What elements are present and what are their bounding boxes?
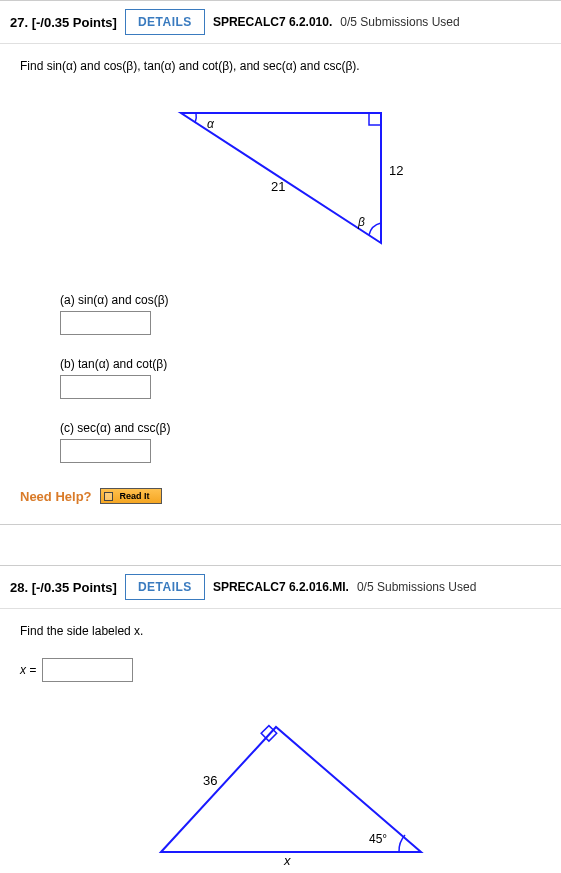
question-source: SPRECALC7 6.2.016.MI.: [213, 580, 349, 594]
question-source: SPRECALC7 6.2.010.: [213, 15, 332, 29]
question-28: 28. [-/0.35 Points] DETAILS SPRECALC7 6.…: [0, 565, 561, 873]
triangle-figure-27: α β 21 12: [20, 93, 541, 263]
hyp-label: 21: [271, 179, 285, 194]
part-b-input[interactable]: [60, 375, 151, 399]
submissions-used: 0/5 Submissions Used: [340, 15, 459, 29]
need-help-label: Need Help?: [20, 489, 92, 504]
side-label: 12: [389, 163, 403, 178]
part-c: (c) sec(α) and csc(β): [60, 421, 541, 463]
need-help-row: Need Help? Read It: [20, 488, 541, 504]
part-b: (b) tan(α) and cot(β): [60, 357, 541, 399]
question-prompt: Find sin(α) and cos(β), tan(α) and cot(β…: [20, 59, 541, 73]
part-a-label: (a) sin(α) and cos(β): [60, 293, 541, 307]
question-number-points: 27. [-/0.35 Points]: [10, 15, 117, 30]
part-b-label: (b) tan(α) and cot(β): [60, 357, 541, 371]
triangle-figure-28: 36 45° x: [20, 707, 541, 867]
part-a: (a) sin(α) and cos(β): [60, 293, 541, 335]
svg-rect-1: [369, 113, 381, 125]
svg-marker-0: [181, 113, 381, 243]
details-button[interactable]: DETAILS: [125, 574, 205, 600]
question-header: 27. [-/0.35 Points] DETAILS SPRECALC7 6.…: [0, 1, 561, 44]
hyp-label-28: 36: [203, 773, 217, 788]
read-it-button[interactable]: Read It: [100, 488, 162, 504]
question-header: 28. [-/0.35 Points] DETAILS SPRECALC7 6.…: [0, 566, 561, 609]
beta-label: β: [357, 215, 365, 229]
question-number-points: 28. [-/0.35 Points]: [10, 580, 117, 595]
submissions-used: 0/5 Submissions Used: [357, 580, 476, 594]
answer-parts: (a) sin(α) and cos(β) (b) tan(α) and cot…: [60, 293, 541, 463]
part-a-input[interactable]: [60, 311, 151, 335]
details-button[interactable]: DETAILS: [125, 9, 205, 35]
question-27: 27. [-/0.35 Points] DETAILS SPRECALC7 6.…: [0, 0, 561, 525]
part-c-label: (c) sec(α) and csc(β): [60, 421, 541, 435]
x-equals-label: x =: [20, 663, 36, 677]
x-input[interactable]: [42, 658, 133, 682]
alpha-label: α: [207, 117, 215, 131]
question-body: Find sin(α) and cos(β), tan(α) and cot(β…: [0, 44, 561, 524]
base-label-28: x: [283, 853, 291, 867]
x-equals-row: x =: [20, 658, 541, 682]
part-c-input[interactable]: [60, 439, 151, 463]
question-body: Find the side labeled x. x = 36 45° x Ne…: [0, 609, 561, 873]
question-prompt: Find the side labeled x.: [20, 624, 541, 638]
angle-label-28: 45°: [369, 832, 387, 846]
